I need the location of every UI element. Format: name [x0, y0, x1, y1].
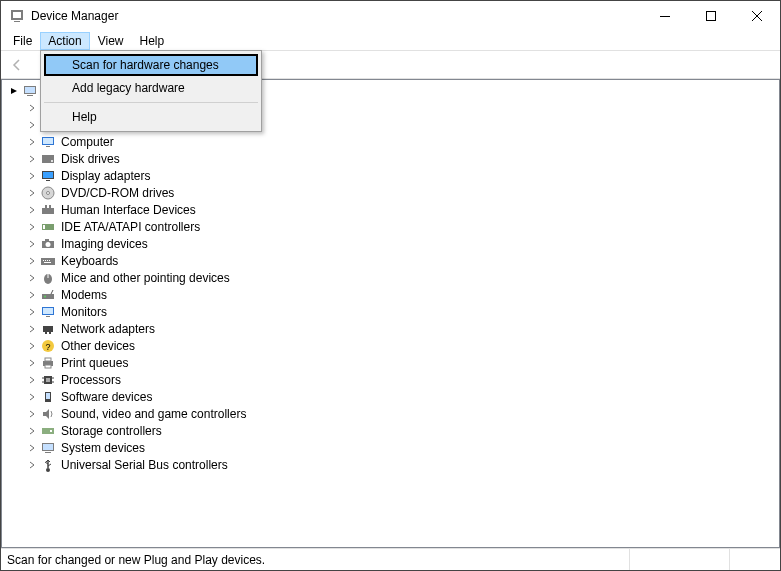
expand-icon[interactable] [26, 357, 38, 369]
svg-point-65 [46, 468, 50, 472]
expand-icon[interactable] [26, 442, 38, 454]
expand-icon[interactable] [26, 170, 38, 182]
maximize-button[interactable] [688, 1, 734, 31]
tree-item-dvd[interactable]: DVD/CD-ROM drives [6, 184, 779, 201]
svg-rect-6 [25, 87, 35, 93]
menu-help[interactable]: Help [132, 32, 173, 50]
tree-item-storage[interactable]: Storage controllers [6, 422, 779, 439]
action-help[interactable]: Help [44, 106, 258, 128]
svg-rect-2 [14, 21, 20, 22]
tree-item-sound[interactable]: Sound, video and game controllers [6, 405, 779, 422]
menu-action[interactable]: Action [40, 32, 89, 50]
svg-rect-13 [43, 138, 53, 144]
expand-icon[interactable] [26, 255, 38, 267]
svg-text:?: ? [45, 342, 50, 352]
tree-item-processors[interactable]: Processors [6, 371, 779, 388]
tree-item-monitors[interactable]: Monitors [6, 303, 779, 320]
expand-icon[interactable] [26, 459, 38, 471]
tree-item-software[interactable]: Software devices [6, 388, 779, 405]
expand-icon[interactable] [26, 340, 38, 352]
window-title: Device Manager [31, 9, 642, 23]
svg-rect-59 [46, 393, 50, 399]
hid-icon [40, 202, 56, 218]
expand-icon[interactable] [8, 85, 20, 97]
svg-point-21 [47, 191, 50, 194]
expand-icon[interactable] [26, 119, 38, 131]
expand-icon[interactable] [26, 306, 38, 318]
svg-rect-64 [45, 452, 51, 453]
tree-item-display[interactable]: Display adapters [6, 167, 779, 184]
tree-item-disk[interactable]: Disk drives [6, 150, 779, 167]
window-controls [642, 1, 780, 31]
network-icon [40, 321, 56, 337]
tree-item-other[interactable]: ? Other devices [6, 337, 779, 354]
titlebar: Device Manager [1, 1, 780, 31]
svg-rect-19 [46, 180, 50, 181]
minimize-button[interactable] [642, 1, 688, 31]
action-add-legacy[interactable]: Add legacy hardware [44, 77, 258, 99]
printer-icon [40, 355, 56, 371]
close-button[interactable] [734, 1, 780, 31]
svg-point-39 [44, 295, 46, 297]
status-cell [730, 549, 780, 570]
svg-rect-43 [46, 316, 50, 317]
svg-point-28 [46, 242, 51, 247]
expand-icon[interactable] [26, 323, 38, 335]
system-icon [40, 440, 56, 456]
svg-rect-1 [13, 12, 21, 18]
app-icon [9, 8, 25, 24]
tree-item-mice[interactable]: Mice and other pointing devices [6, 269, 779, 286]
usb-icon [40, 457, 56, 473]
tree-item-system[interactable]: System devices [6, 439, 779, 456]
action-dropdown: Scan for hardware changes Add legacy har… [40, 50, 262, 132]
expand-icon[interactable] [26, 221, 38, 233]
svg-rect-45 [45, 332, 47, 334]
expand-icon[interactable] [26, 391, 38, 403]
svg-rect-22 [42, 208, 54, 214]
tree-item-imaging[interactable]: Imaging devices [6, 235, 779, 252]
expand-icon[interactable] [26, 238, 38, 250]
svg-rect-63 [43, 444, 53, 450]
expand-icon[interactable] [26, 204, 38, 216]
device-tree[interactable]: Batteries Bluetooth Computer Disk drives… [1, 79, 780, 548]
expand-icon[interactable] [26, 153, 38, 165]
svg-rect-31 [43, 260, 44, 261]
monitor-icon [40, 304, 56, 320]
monitor-icon [40, 134, 56, 150]
tree-item-network[interactable]: Network adapters [6, 320, 779, 337]
svg-rect-42 [43, 308, 53, 314]
expand-icon[interactable] [26, 272, 38, 284]
expand-icon[interactable] [26, 408, 38, 420]
svg-rect-34 [49, 260, 50, 261]
svg-rect-44 [43, 326, 53, 332]
menu-view[interactable]: View [90, 32, 132, 50]
expand-icon[interactable] [26, 136, 38, 148]
svg-rect-38 [42, 294, 54, 299]
tree-item-modems[interactable]: Modems [6, 286, 779, 303]
menu-file[interactable]: File [5, 32, 40, 50]
tree-item-usb[interactable]: Universal Serial Bus controllers [6, 456, 779, 473]
svg-rect-61 [50, 430, 52, 432]
expand-icon[interactable] [26, 425, 38, 437]
status-cell [630, 549, 730, 570]
svg-rect-7 [27, 95, 33, 96]
expand-icon[interactable] [26, 102, 38, 114]
tree-item-ide[interactable]: IDE ATA/ATAPI controllers [6, 218, 779, 235]
tree-item-hid[interactable]: Human Interface Devices [6, 201, 779, 218]
expand-icon[interactable] [26, 187, 38, 199]
tree-item-keyboards[interactable]: Keyboards [6, 252, 779, 269]
svg-rect-46 [49, 332, 51, 334]
display-icon [40, 168, 56, 184]
expand-icon[interactable] [26, 289, 38, 301]
svg-rect-50 [45, 358, 51, 361]
tree-item-computer[interactable]: Computer [6, 133, 779, 150]
svg-rect-33 [47, 260, 48, 261]
computer-icon [22, 83, 38, 99]
expand-icon[interactable] [26, 374, 38, 386]
tree-item-print[interactable]: Print queues [6, 354, 779, 371]
modem-icon [40, 287, 56, 303]
keyboard-icon [40, 253, 56, 269]
back-button[interactable] [5, 53, 29, 77]
menubar: File Action View Help [1, 31, 780, 51]
action-scan-hardware[interactable]: Scan for hardware changes [44, 54, 258, 76]
